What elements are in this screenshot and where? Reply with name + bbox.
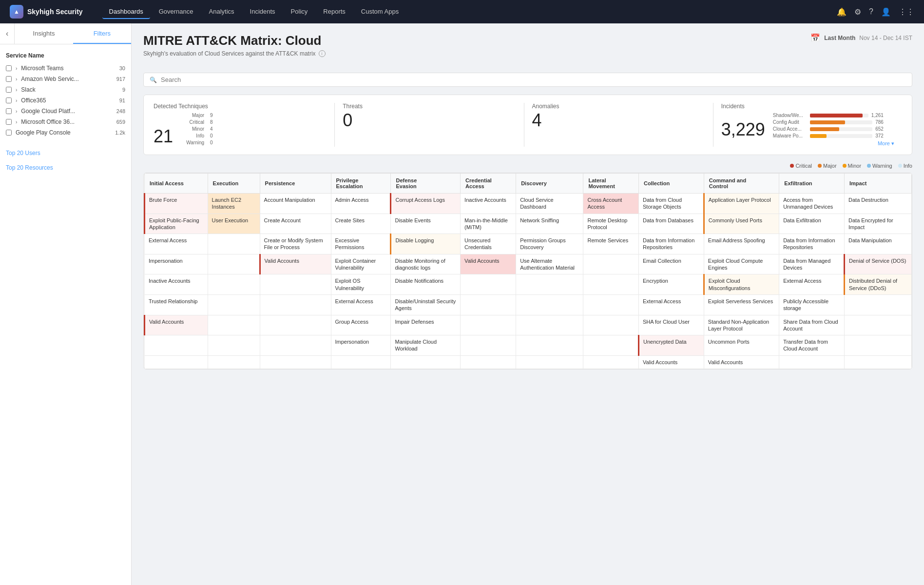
cell-r2-impact[interactable]: Data Manipulation <box>845 234 912 254</box>
cell-r4-collection[interactable]: Encryption <box>638 274 704 295</box>
cell-r1-defense[interactable]: Disable Events <box>391 214 461 234</box>
cell-r5-persist[interactable] <box>260 294 331 315</box>
cell-r4-exfil[interactable]: External Access <box>779 274 845 295</box>
date-filter[interactable]: 📅 Last Month Nov 14 - Dec 14 IST <box>810 33 912 42</box>
nav-reports[interactable]: Reports <box>316 5 352 19</box>
tab-filters[interactable]: Filters <box>73 24 131 44</box>
cell-r5-cred[interactable] <box>461 294 516 315</box>
cell-r5-priv[interactable]: External Access <box>331 294 391 315</box>
cell-r0-persist[interactable]: Account Manipulation <box>260 194 331 214</box>
cell-r6-priv[interactable]: Group Access <box>331 315 391 335</box>
cell-r8-persist[interactable] <box>260 355 331 369</box>
cell-r2-defense[interactable]: Disable Logging <box>391 234 461 254</box>
cell-r1-collection[interactable]: Data from Databases <box>638 214 704 234</box>
cell-r3-discovery[interactable]: Use Alternate Authentication Material <box>516 254 583 274</box>
cell-r6-exec[interactable] <box>208 315 260 335</box>
cell-r6-discovery[interactable] <box>516 315 583 335</box>
cell-r5-discovery[interactable] <box>516 294 583 315</box>
cell-r5-lateral[interactable] <box>583 294 639 315</box>
filter-ms-office[interactable]: › Microsoft Office 36... 659 <box>0 117 131 127</box>
cell-r0-cc[interactable]: Application Layer Protocol <box>704 194 779 214</box>
cell-r7-exfil[interactable]: Transfer Data from Cloud Account <box>779 335 845 356</box>
cell-r2-lateral[interactable]: Remote Services <box>583 234 639 254</box>
cell-r5-initial[interactable]: Trusted Relationship <box>145 294 208 315</box>
cell-r0-priv[interactable]: Admin Access <box>331 194 391 214</box>
filter-gcp[interactable]: › Google Cloud Platf... 248 <box>0 106 131 117</box>
cell-r4-cc[interactable]: Exploit Cloud Misconfigurations <box>704 274 779 295</box>
cell-r1-exfil[interactable]: Data Exfiltration <box>779 214 845 234</box>
filter-checkbox[interactable] <box>6 87 12 93</box>
cell-r5-defense[interactable]: Disable/Uninstall Security Agents <box>391 294 461 315</box>
cell-r0-discovery[interactable]: Cloud Service Dashboard <box>516 194 583 214</box>
cell-r2-exec[interactable] <box>208 234 260 254</box>
filter-microsoft-teams[interactable]: › Microsoft Teams 30 <box>0 63 131 74</box>
cell-r0-exec[interactable]: Launch EC2 Instances <box>208 194 260 214</box>
cell-r3-priv[interactable]: Exploit Container Vulnerability <box>331 254 391 274</box>
matrix-scroll[interactable]: Initial Access Execution Persistence Pri… <box>144 173 912 369</box>
cell-r2-persist[interactable]: Create or Modify System File or Process <box>260 234 331 254</box>
cell-r0-defense[interactable]: Corrupt Access Logs <box>391 194 461 214</box>
filter-checkbox[interactable] <box>6 119 12 125</box>
cell-r8-discovery[interactable] <box>516 355 583 369</box>
cell-r4-priv[interactable]: Exploit OS Vulnerability <box>331 274 391 295</box>
cell-r3-collection[interactable]: Email Collection <box>638 254 704 274</box>
cell-r0-initial[interactable]: Brute Force <box>145 194 208 214</box>
cell-r2-cc[interactable]: Email Address Spoofing <box>704 234 779 254</box>
cell-r7-defense[interactable]: Manipulate Cloud Workload <box>391 335 461 356</box>
cell-r6-lateral[interactable] <box>583 315 639 335</box>
cell-r1-priv[interactable]: Create Sites <box>331 214 391 234</box>
search-input[interactable] <box>161 76 906 83</box>
gear-icon[interactable]: ⚙ <box>854 7 861 17</box>
cell-r7-lateral[interactable] <box>583 335 639 356</box>
more-link[interactable]: More ▾ <box>721 140 894 147</box>
cell-r8-collection[interactable]: Valid Accounts <box>638 355 704 369</box>
cell-r5-exec[interactable] <box>208 294 260 315</box>
help-icon[interactable]: ? <box>869 7 873 16</box>
cell-r6-persist[interactable] <box>260 315 331 335</box>
tab-insights[interactable]: Insights <box>15 24 73 44</box>
cell-r6-cc[interactable]: Standard Non-Application Layer Protocol <box>704 315 779 335</box>
search-bar[interactable]: 🔍 <box>143 73 912 87</box>
nav-policy[interactable]: Policy <box>284 5 315 19</box>
cell-r0-cred[interactable]: Inactive Accounts <box>461 194 516 214</box>
cell-r3-initial[interactable]: Impersonation <box>145 254 208 274</box>
cell-r1-impact[interactable]: Data Encrypted for Impact <box>845 214 912 234</box>
top-resources-link[interactable]: Top 20 Resources <box>0 160 131 175</box>
top-users-link[interactable]: Top 20 Users <box>0 146 131 160</box>
nav-governance[interactable]: Governance <box>152 5 200 19</box>
cell-r5-impact[interactable] <box>845 294 912 315</box>
cell-r7-exec[interactable] <box>208 335 260 356</box>
cell-r7-persist[interactable] <box>260 335 331 356</box>
cell-r6-initial[interactable]: Valid Accounts <box>145 315 208 335</box>
cell-r6-collection[interactable]: SHA for Cloud User <box>638 315 704 335</box>
cell-r1-cred[interactable]: Man-in-the-Middle (MiTM) <box>461 214 516 234</box>
filter-checkbox[interactable] <box>6 76 12 82</box>
cell-r2-cred[interactable]: Unsecured Credentials <box>461 234 516 254</box>
cell-r4-impact[interactable]: Distributed Denial of Service (DDoS) <box>845 274 912 295</box>
cell-r1-lateral[interactable]: Remote Desktop Protocol <box>583 214 639 234</box>
cell-r6-impact[interactable] <box>845 315 912 335</box>
cell-r8-impact[interactable] <box>845 355 912 369</box>
cell-r0-impact[interactable]: Data Destruction <box>845 194 912 214</box>
filter-amazon[interactable]: › Amazon Web Servic... 917 <box>0 74 131 84</box>
cell-r7-initial[interactable] <box>145 335 208 356</box>
cell-r6-cred[interactable] <box>461 315 516 335</box>
cell-r0-collection[interactable]: Data from Cloud Storage Objects <box>638 194 704 214</box>
bell-icon[interactable]: 🔔 <box>837 7 847 17</box>
info-icon[interactable]: i <box>319 50 326 57</box>
cell-r4-cred[interactable] <box>461 274 516 295</box>
filter-checkbox[interactable] <box>6 130 12 136</box>
cell-r6-defense[interactable]: Impair Defenses <box>391 315 461 335</box>
cell-r6-exfil[interactable]: Share Data from Cloud Account <box>779 315 845 335</box>
filter-slack[interactable]: › Slack 9 <box>0 84 131 95</box>
cell-r7-collection[interactable]: Unencrypted Data <box>638 335 704 356</box>
filter-checkbox[interactable] <box>6 108 12 114</box>
cell-r5-collection[interactable]: External Access <box>638 294 704 315</box>
cell-r3-defense[interactable]: Disable Monitoring of diagnostic logs <box>391 254 461 274</box>
filter-checkbox[interactable] <box>6 65 12 71</box>
cell-r5-cc[interactable]: Exploit Serverless Services <box>704 294 779 315</box>
cell-r8-exec[interactable] <box>208 355 260 369</box>
cell-r1-exec[interactable]: User Execution <box>208 214 260 234</box>
cell-r4-discovery[interactable] <box>516 274 583 295</box>
filter-google-play[interactable]: Google Play Console 1.2k <box>0 127 131 138</box>
